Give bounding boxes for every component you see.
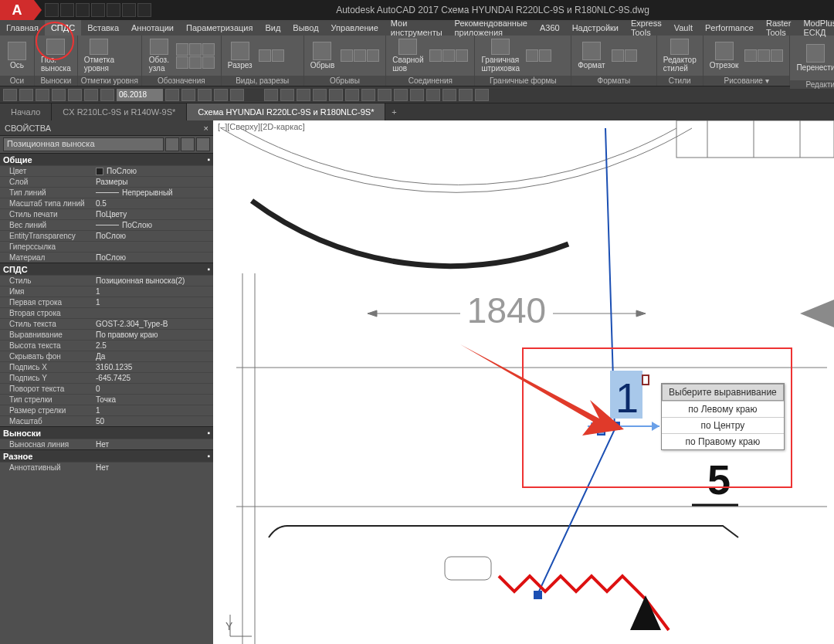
property-value[interactable]: GOST-2.304_Type-B — [93, 320, 213, 328]
property-row[interactable]: Масштаб типа линий0.5 — [0, 198, 213, 208]
menu-item[interactable]: Управление — [325, 20, 385, 36]
qat-btn[interactable] — [122, 3, 136, 17]
ribbon-button[interactable]: Ось — [3, 37, 31, 74]
property-row[interactable]: Стиль печатиПоЦвету — [0, 208, 213, 219]
ribbon-button[interactable]: Сварнойшов — [389, 37, 426, 74]
property-value[interactable]: 3160.1235 — [93, 363, 213, 371]
ribbon-button[interactable]: Отметкауровня — [81, 37, 117, 74]
ribbon-small-button[interactable] — [771, 49, 783, 62]
ribbon-small-button[interactable] — [758, 49, 770, 62]
property-value[interactable]: Размеры — [93, 178, 213, 186]
property-row[interactable]: МатериалПоСлою — [0, 252, 213, 263]
property-category[interactable]: Общие▪ — [0, 153, 213, 165]
document-tab[interactable]: CX R210LC-9S и R140W-9S* — [52, 103, 187, 120]
menu-item[interactable]: Express Tools — [625, 20, 668, 36]
tb-btn[interactable] — [280, 89, 294, 101]
property-row[interactable]: Вторая строка — [0, 307, 213, 318]
property-row[interactable]: СтильПозиционная выноска(2) — [0, 275, 213, 286]
context-menu-item-right[interactable]: по Правому краю — [662, 433, 784, 449]
menu-item[interactable]: Надстройки — [566, 20, 625, 36]
property-value[interactable]: ПоСлою — [93, 253, 213, 262]
document-tab[interactable]: Схема HYUNDAI R220LC-9S и R180NLC-9S* — [187, 103, 385, 120]
ribbon-small-button[interactable] — [272, 49, 284, 62]
tb-btn[interactable] — [19, 89, 33, 101]
property-row[interactable]: Поворот текста0 — [0, 383, 213, 394]
property-category[interactable]: Разное▪ — [0, 449, 213, 462]
ribbon-small-button[interactable] — [526, 49, 538, 62]
tb-btn[interactable] — [345, 89, 359, 101]
ribbon-group-label[interactable]: Граничные формы — [475, 76, 571, 86]
menu-item[interactable]: A360 — [534, 20, 566, 36]
ribbon-button[interactable]: Редакторстилей — [660, 37, 700, 74]
property-row[interactable]: Стиль текстаGOST-2.304_Type-B — [0, 318, 213, 329]
property-value[interactable]: ПоСлою — [93, 167, 213, 175]
tb-btn[interactable] — [198, 89, 212, 101]
document-tab[interactable]: Начало — [0, 103, 52, 120]
ribbon-button[interactable]: Граничнаяштриховка — [478, 37, 523, 74]
tb-btn[interactable] — [214, 89, 228, 101]
ribbon-group-label[interactable]: Выноски — [35, 76, 77, 86]
menu-item[interactable]: Vault — [668, 20, 699, 36]
context-menu-item-left[interactable]: по Левому краю — [662, 401, 784, 417]
ribbon-small-button[interactable] — [189, 56, 202, 69]
property-row[interactable]: Гиперссылка — [0, 241, 213, 252]
app-logo[interactable]: A — [0, 0, 34, 20]
ribbon-group-label[interactable]: Соединения — [386, 76, 474, 86]
property-row[interactable]: Вес линийПоСлою — [0, 219, 213, 230]
property-value[interactable]: Непрерывный — [93, 188, 213, 197]
tb-btn[interactable] — [36, 89, 49, 101]
tb-btn[interactable] — [3, 89, 17, 101]
property-row[interactable]: Подпись X3160.1235 — [0, 361, 213, 372]
menu-item[interactable]: ModPlus ЕСКД — [797, 20, 834, 36]
property-value[interactable]: ПоСлою — [93, 221, 213, 229]
ribbon-small-button[interactable] — [176, 43, 188, 56]
ribbon-small-button[interactable] — [612, 49, 624, 62]
property-value[interactable]: 1 — [93, 406, 213, 415]
property-row[interactable]: Выносная линияНет — [0, 439, 213, 449]
qat-btn[interactable] — [107, 3, 120, 17]
property-value[interactable]: 1 — [93, 287, 213, 296]
property-row[interactable]: ЦветПоСлою — [0, 165, 213, 176]
tb-btn[interactable] — [410, 89, 424, 101]
property-row[interactable]: EntityTransparencyПоСлою — [0, 230, 213, 241]
property-value[interactable]: 0.5 — [93, 199, 213, 208]
property-value[interactable]: Да — [93, 352, 213, 361]
tb-btn[interactable] — [459, 89, 473, 101]
ribbon-small-button[interactable] — [354, 49, 366, 62]
close-icon[interactable]: × — [204, 124, 208, 133]
menu-item[interactable]: Вид — [259, 20, 286, 36]
menu-item[interactable]: Мои инструменты — [385, 20, 449, 36]
property-row[interactable]: Масштаб50 — [0, 415, 213, 426]
property-category[interactable]: СПДС▪ — [0, 263, 213, 275]
qat-btn[interactable] — [60, 3, 74, 17]
menu-item[interactable]: Raster Tools — [760, 20, 797, 36]
qat-btn[interactable] — [137, 3, 151, 17]
ribbon-small-button[interactable] — [456, 49, 468, 62]
tb-btn[interactable] — [394, 89, 408, 101]
property-value[interactable]: По правому краю — [93, 330, 213, 339]
property-row[interactable]: СлойРазмеры — [0, 176, 213, 187]
qat-btn[interactable] — [76, 3, 90, 17]
property-value[interactable]: Позиционная выноска(2) — [93, 276, 213, 285]
property-row[interactable]: Подпись Y-645.7425 — [0, 372, 213, 383]
date-field[interactable]: 06.2018 — [117, 89, 163, 101]
tb-btn[interactable] — [297, 89, 310, 101]
drawing-canvas[interactable]: [–][Сверху][2D-каркас] 1840 — [213, 120, 834, 644]
ribbon-button[interactable]: Обоз.узла — [145, 37, 173, 74]
property-row[interactable]: Первая строка1 — [0, 297, 213, 307]
ribbon-small-button[interactable] — [176, 56, 188, 69]
ribbon-group-label[interactable]: Отметки уровня — [78, 76, 141, 86]
property-row[interactable]: Скрывать фонДа — [0, 351, 213, 361]
property-row[interactable]: ВыравниваниеПо правому краю — [0, 329, 213, 340]
property-row[interactable]: Тип стрелкиТочка — [0, 394, 213, 405]
ribbon-group-label[interactable]: Обрывы — [304, 76, 386, 86]
tb-btn[interactable] — [313, 89, 327, 101]
ribbon-group-label[interactable]: Рисование ▾ — [703, 76, 790, 86]
ribbon-group-label[interactable]: Редактирование ▾ — [790, 80, 834, 89]
ribbon-small-button[interactable] — [259, 49, 271, 62]
property-value[interactable]: -645.7425 — [93, 374, 213, 382]
tb-btn[interactable] — [84, 89, 98, 101]
tb-btn[interactable] — [378, 89, 392, 101]
menu-item[interactable]: Рекомендованные приложения — [449, 20, 534, 36]
ribbon-group-label[interactable]: Виды, разрезы — [222, 76, 303, 86]
